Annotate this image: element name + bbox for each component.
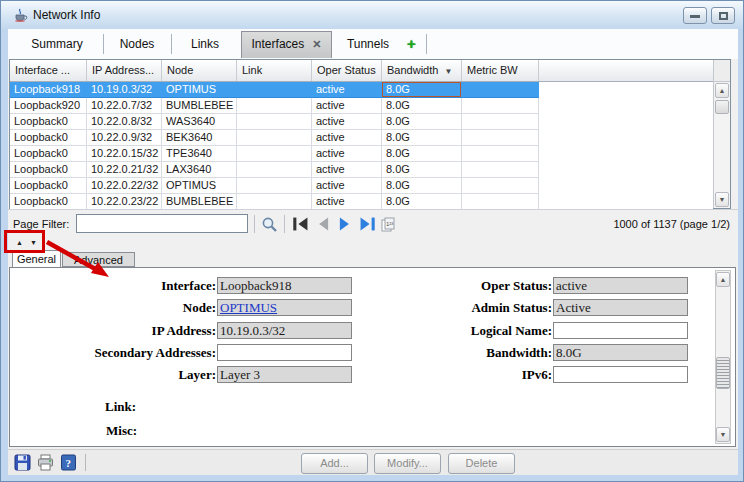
tab-summary[interactable]: Summary — [13, 32, 101, 56]
tab-links[interactable]: Links — [173, 32, 237, 56]
table-cell[interactable]: BUMBLEBEE — [162, 98, 237, 114]
table-cell[interactable]: active — [312, 114, 382, 130]
table-cell[interactable] — [462, 146, 539, 162]
table-row[interactable]: Loopback010.22.0.15/32TPE3640active8.0G — [10, 146, 540, 162]
column-header-interface[interactable]: Interface ... — [10, 60, 87, 81]
table-cell[interactable]: Loopback0 — [10, 114, 87, 130]
field-logical-name[interactable] — [553, 322, 688, 339]
scroll-up-icon[interactable]: ▲ — [716, 272, 730, 287]
title-bar[interactable]: Network Info — [1, 1, 744, 29]
table-cell[interactable]: 10.22.0.23/22 — [87, 194, 162, 210]
table-cell[interactable]: 8.0G — [382, 82, 462, 98]
add-button[interactable]: Add... — [301, 453, 368, 474]
table-cell[interactable] — [237, 130, 312, 146]
table-cell[interactable]: 8.0G — [382, 146, 462, 162]
table-cell[interactable]: 10.22.0.15/32 — [87, 146, 162, 162]
table-cell[interactable]: 10.22.0.22/32 — [87, 178, 162, 194]
column-header-bandwidth[interactable]: Bandwidth▼ — [382, 60, 462, 81]
first-page-icon[interactable] — [292, 216, 310, 232]
minimize-button[interactable] — [683, 7, 707, 24]
print-icon[interactable] — [37, 454, 54, 471]
table-cell[interactable] — [462, 98, 539, 114]
field-ip-address[interactable]: 10.19.0.3/32 — [217, 322, 352, 339]
table-row[interactable]: Loopback010.22.0.8/32WAS3640active8.0G — [10, 114, 540, 130]
table-cell[interactable]: active — [312, 130, 382, 146]
table-cell[interactable]: 8.0G — [382, 98, 462, 114]
field-bandwidth[interactable]: 8.0G — [553, 344, 688, 361]
table-cell[interactable] — [462, 194, 539, 210]
column-header-metric-bw[interactable]: Metric BW — [462, 60, 539, 81]
close-tab-icon[interactable]: ✕ — [312, 38, 321, 50]
table-cell[interactable]: BUMBLEBEE — [162, 194, 237, 210]
table-cell[interactable]: Loopback0 — [10, 162, 87, 178]
next-page-icon[interactable] — [336, 216, 354, 232]
help-icon[interactable]: ? — [60, 454, 77, 471]
table-cell[interactable]: 8.0G — [382, 114, 462, 130]
table-cell[interactable]: active — [312, 146, 382, 162]
table-cell[interactable]: Loopback918 — [10, 82, 87, 98]
table-row[interactable]: Loopback010.22.0.22/32OPTIMUSactive8.0G — [10, 178, 540, 194]
table-cell[interactable]: 8.0G — [382, 162, 462, 178]
table-cell[interactable]: active — [312, 194, 382, 210]
table-cell[interactable]: 10.22.0.9/32 — [87, 130, 162, 146]
table-cell[interactable]: Loopback0 — [10, 146, 87, 162]
table-cell[interactable] — [237, 82, 312, 98]
field-oper-status[interactable]: active — [553, 277, 688, 294]
page-filter-input[interactable] — [76, 214, 248, 233]
table-cell[interactable] — [462, 130, 539, 146]
table-row[interactable]: Loopback91810.19.0.3/32OPTIMUSactive8.0G — [10, 82, 540, 98]
table-cell[interactable]: OPTIMUS — [162, 178, 237, 194]
table-row[interactable]: Loopback92010.22.0.7/32BUMBLEBEEactive8.… — [10, 98, 540, 114]
last-page-icon[interactable] — [358, 216, 376, 232]
save-icon[interactable] — [14, 454, 31, 471]
modify-button[interactable]: Modify... — [374, 453, 441, 474]
table-cell[interactable]: LAX3640 — [162, 162, 237, 178]
add-tab-icon[interactable]: + — [407, 35, 416, 52]
table-cell[interactable]: 10.22.0.8/32 — [87, 114, 162, 130]
node-link[interactable]: OPTIMUS — [220, 300, 277, 315]
column-header-node[interactable]: Node — [162, 60, 237, 81]
search-icon[interactable] — [260, 216, 280, 234]
table-row[interactable]: Loopback010.22.0.23/22BUMBLEBEEactive8.0… — [10, 194, 540, 210]
scrollbar-thumb[interactable] — [715, 100, 729, 114]
scroll-down-icon[interactable]: ▼ — [716, 427, 730, 442]
column-header-link[interactable]: Link — [237, 60, 312, 81]
tab-interfaces[interactable]: Interfaces✕ — [241, 31, 332, 58]
tab-tunnels[interactable]: Tunnels — [335, 32, 401, 56]
table-cell[interactable]: TPE3640 — [162, 146, 237, 162]
table-cell[interactable]: 10.22.0.7/32 — [87, 98, 162, 114]
field-ipv6[interactable] — [553, 366, 688, 383]
table-cell[interactable] — [237, 114, 312, 130]
detail-scrollbar[interactable]: ▲ ▼ — [715, 270, 731, 444]
previous-page-icon[interactable] — [314, 216, 332, 232]
table-cell[interactable] — [237, 178, 312, 194]
table-scrollbar[interactable]: ▲ ▼ — [713, 60, 730, 208]
table-row[interactable]: Loopback010.22.0.9/32BEK3640active8.0G — [10, 130, 540, 146]
table-cell[interactable]: active — [312, 98, 382, 114]
field-secondary-addresses[interactable] — [217, 344, 352, 361]
scroll-up-icon[interactable]: ▲ — [715, 83, 729, 98]
table-cell[interactable] — [462, 114, 539, 130]
table-cell[interactable]: Loopback0 — [10, 130, 87, 146]
table-cell[interactable]: Loopback0 — [10, 194, 87, 210]
scroll-down-icon[interactable]: ▼ — [715, 192, 729, 207]
table-cell[interactable] — [462, 82, 539, 98]
table-cell[interactable]: active — [312, 82, 382, 98]
table-row[interactable]: Loopback010.22.0.21/32LAX3640active8.0G — [10, 162, 540, 178]
table-cell[interactable]: active — [312, 178, 382, 194]
scrollbar-thumb[interactable] — [716, 357, 730, 389]
table-cell[interactable]: active — [312, 162, 382, 178]
table-cell[interactable]: 10.19.0.3/32 — [87, 82, 162, 98]
table-cell[interactable] — [237, 98, 312, 114]
field-layer[interactable]: Layer 3 — [217, 366, 352, 383]
table-cell[interactable]: BEK3640 — [162, 130, 237, 146]
table-cell[interactable]: OPTIMUS — [162, 82, 237, 98]
column-header-ip-address[interactable]: IP Address... — [87, 60, 162, 81]
table-cell[interactable]: 10.22.0.21/32 — [87, 162, 162, 178]
field-admin-status[interactable]: Active — [553, 299, 688, 316]
table-cell[interactable]: Loopback920 — [10, 98, 87, 114]
field-node[interactable]: OPTIMUS — [217, 299, 352, 316]
column-header-oper-status[interactable]: Oper Status — [312, 60, 382, 81]
field-interface[interactable]: Loopback918 — [217, 277, 352, 294]
table-cell[interactable]: 8.0G — [382, 194, 462, 210]
